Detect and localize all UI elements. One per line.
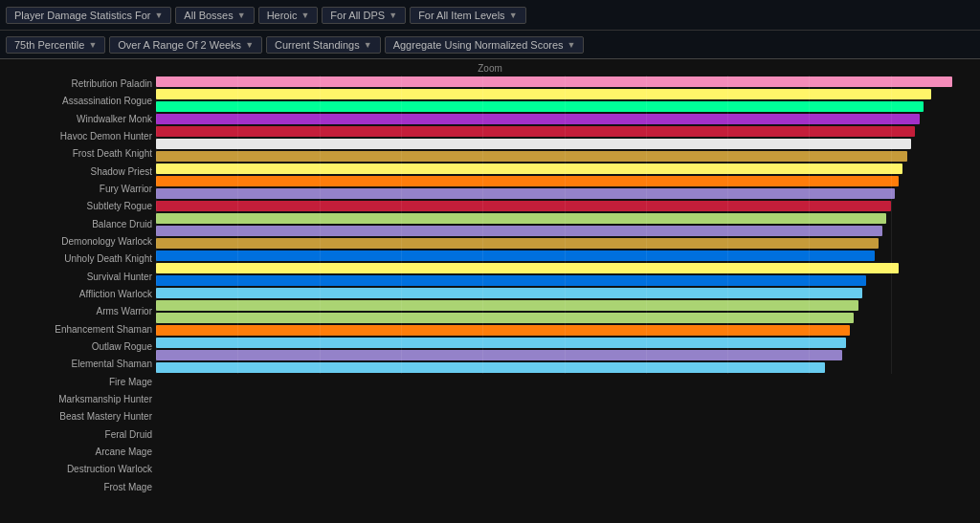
y-axis-label: Affliction Warlock	[8, 290, 152, 299]
toolbar2-btn-percentile[interactable]: 75th Percentile▼	[6, 36, 105, 54]
bar-row	[156, 76, 972, 88]
bar-row	[156, 262, 972, 274]
bar-row	[156, 175, 972, 187]
bar[interactable]	[156, 114, 920, 124]
dropdown-arrow-icon: ▼	[245, 40, 254, 50]
y-axis-label: Demonology Warlock	[8, 237, 152, 247]
dropdown-arrow-icon: ▼	[364, 40, 372, 50]
bar[interactable]	[156, 89, 931, 99]
y-axis-label: Beast Mastery Hunter	[8, 412, 152, 422]
y-axis-label: Enhancement Shaman	[8, 325, 152, 335]
y-axis-label: Marksmanship Hunter	[8, 395, 152, 404]
y-axis-label: Balance Druid	[8, 220, 152, 229]
bar[interactable]	[156, 325, 850, 336]
y-axis-label: Unholy Death Knight	[8, 254, 152, 264]
bar[interactable]	[156, 238, 879, 249]
bar[interactable]	[156, 76, 952, 87]
y-axis-label: Retribution Paladin	[8, 79, 152, 89]
toolbar-btn-stat-type[interactable]: Player Damage Statistics For▼	[6, 7, 171, 24]
bar[interactable]	[156, 151, 907, 162]
bar[interactable]	[156, 201, 891, 211]
bar[interactable]	[156, 101, 924, 112]
y-axis-label: Shadow Priest	[8, 167, 152, 177]
bar[interactable]	[156, 126, 915, 137]
toolbar2-btn-label: Over A Range Of 2 Weeks	[118, 39, 241, 51]
y-axis-label: Havoc Demon Hunter	[8, 132, 152, 142]
toolbar-btn-difficulty[interactable]: Heroic▼	[258, 7, 319, 24]
toolbar2-btn-label: Aggregate Using Normalized Scores	[393, 39, 564, 51]
bar[interactable]	[156, 251, 875, 261]
dropdown-arrow-icon: ▼	[389, 11, 397, 20]
bar[interactable]	[156, 163, 902, 174]
bar[interactable]	[156, 176, 899, 186]
bar-row	[156, 212, 972, 225]
toolbar-btn-item-level[interactable]: For All Item Levels▼	[410, 7, 525, 24]
bar-row	[156, 88, 972, 100]
bar-row	[156, 287, 972, 299]
bar[interactable]	[156, 226, 882, 236]
bar[interactable]	[156, 275, 866, 286]
dropdown-arrow-icon: ▼	[154, 11, 163, 20]
y-axis-label: Subtlety Rogue	[8, 202, 152, 211]
bar-row	[156, 187, 972, 200]
y-axis-label: Survival Hunter	[8, 272, 152, 282]
y-axis-label: Feral Druid	[8, 430, 152, 440]
bar[interactable]	[156, 338, 846, 348]
bar-row	[156, 150, 972, 163]
y-axis-label: Destruction Warlock	[8, 465, 152, 474]
bar-row	[156, 163, 972, 175]
toolbar-btn-label: For All Item Levels	[418, 10, 504, 21]
toolbar2-btn-standings[interactable]: Current Standings▼	[266, 36, 381, 54]
toolbar2-btn-label: Current Standings	[275, 39, 360, 51]
dropdown-arrow-icon: ▼	[509, 11, 518, 20]
bar-row	[156, 274, 972, 287]
toolbar-row2: 75th Percentile▼Over A Range Of 2 Weeks▼…	[0, 31, 980, 59]
bar[interactable]	[156, 139, 911, 149]
zoom-label: Zoom	[8, 63, 972, 74]
bar-row	[156, 312, 972, 324]
dropdown-arrow-icon: ▼	[301, 11, 309, 20]
y-axis-label: Frost Mage	[8, 483, 152, 492]
bar[interactable]	[156, 313, 854, 323]
bar-row	[156, 237, 972, 250]
y-axis-label: Outlaw Rogue	[8, 342, 152, 352]
y-axis-label: Windwalker Monk	[8, 115, 152, 124]
bars-section	[156, 76, 972, 374]
dropdown-arrow-icon: ▼	[568, 40, 576, 50]
bar-row	[156, 299, 972, 312]
bar-row	[156, 125, 972, 138]
dropdown-arrow-icon: ▼	[237, 11, 246, 20]
y-axis-label: Fury Warrior	[8, 185, 152, 194]
bar-row	[156, 361, 972, 374]
y-axis-label: Arcane Mage	[8, 447, 152, 457]
bar-row	[156, 250, 972, 262]
toolbar-row1: Player Damage Statistics For▼All Bosses▼…	[0, 0, 980, 31]
toolbar-btn-label: Player Damage Statistics For	[14, 10, 150, 21]
bar[interactable]	[156, 188, 895, 199]
y-axis-label: Fire Mage	[8, 378, 152, 387]
bar[interactable]	[156, 263, 899, 273]
bar-row	[156, 138, 972, 150]
toolbar2-btn-label: 75th Percentile	[14, 39, 84, 51]
toolbar-btn-label: All Bosses	[184, 10, 233, 21]
bar[interactable]	[156, 288, 862, 298]
toolbar-btn-label: Heroic	[267, 10, 298, 21]
dropdown-arrow-icon: ▼	[88, 40, 97, 50]
chart-area: Zoom Retribution PaladinAssassination Ro…	[0, 59, 980, 523]
bar-row	[156, 324, 972, 337]
bar[interactable]	[156, 362, 825, 373]
toolbar-btn-boss-filter[interactable]: All Bosses▼	[175, 7, 254, 24]
bar[interactable]	[156, 213, 886, 224]
toolbar2-btn-aggregate[interactable]: Aggregate Using Normalized Scores▼	[385, 36, 585, 54]
y-axis-label: Assassination Rogue	[8, 97, 152, 106]
bar-row	[156, 225, 972, 237]
bar[interactable]	[156, 300, 858, 311]
toolbar-btn-label: For All DPS	[330, 10, 385, 21]
toolbar2-btn-time-range[interactable]: Over A Range Of 2 Weeks▼	[109, 36, 262, 54]
toolbar-btn-role-filter[interactable]: For All DPS▼	[322, 7, 406, 24]
y-axis-label: Frost Death Knight	[8, 149, 152, 159]
y-axis-labels: Retribution PaladinAssassination RogueWi…	[8, 76, 156, 496]
bar-row	[156, 337, 972, 349]
bar[interactable]	[156, 350, 842, 360]
bar-row	[156, 200, 972, 212]
